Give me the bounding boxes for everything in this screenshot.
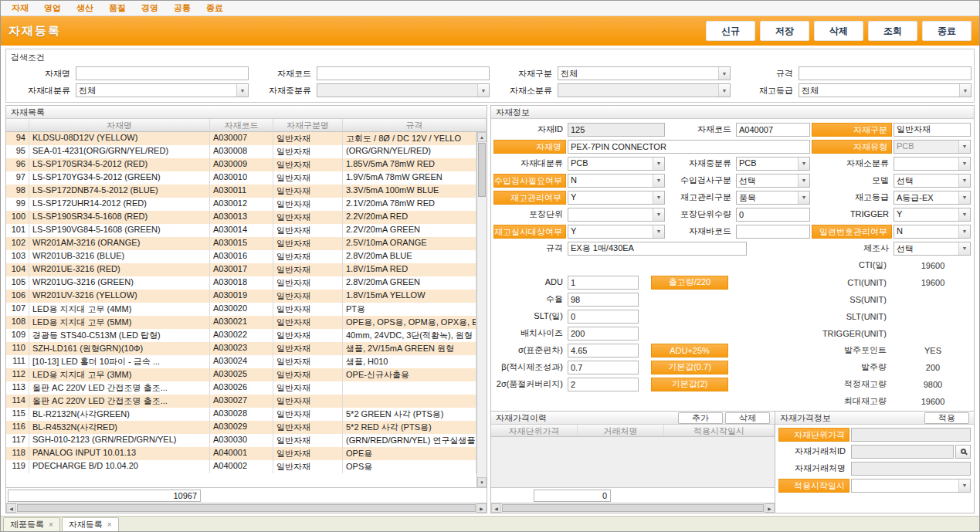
menu-management[interactable]: 경영 — [134, 1, 166, 15]
scroll-right-icon[interactable]: ▶ — [476, 503, 487, 513]
beta-default-button[interactable]: 기본값(0.7) — [651, 361, 728, 374]
table-row[interactable]: 96LS-SP170SR34-5-2012 (RED)A030009일반자재1.… — [6, 158, 476, 171]
two-sigma-field[interactable] — [568, 378, 639, 391]
horizontal-scrollbar[interactable]: ◀ ▶ — [6, 503, 487, 513]
table-row[interactable]: 94KLDSU-08D12V (YELLOW)A030007일반자재고휘도 / … — [6, 132, 476, 145]
close-button[interactable]: 종료 — [922, 21, 972, 41]
search-spec-input[interactable] — [799, 66, 972, 80]
apply-date-select[interactable]: ▼ — [851, 479, 971, 493]
close-icon[interactable]: × — [49, 520, 53, 529]
yield-field[interactable] — [568, 293, 639, 307]
table-row[interactable]: 100LS-SP190SR34-5-1608 (RED)A030013일반자재2… — [6, 211, 476, 224]
table-row[interactable]: 110SZH-LD161 (원형GRN)(10Φ)A030023일반자재샘플, … — [6, 342, 476, 355]
adu-calc-button[interactable]: 출고량/220 — [651, 276, 728, 290]
column-header-type[interactable]: 자재구분명 — [273, 119, 343, 131]
scroll-left-icon[interactable]: ◀ — [6, 503, 16, 513]
trigger-select[interactable]: Y ▼ — [894, 208, 971, 222]
scroll-right-icon[interactable]: ▶ — [765, 503, 775, 513]
stock-manage-type-select[interactable]: 품목 ▼ — [736, 191, 810, 205]
table-row[interactable]: 119PDECHARGE B/D 10.04.20A040002일반자재OPS용 — [6, 460, 476, 473]
search-material-code-input[interactable] — [317, 66, 490, 80]
cat-mid-select[interactable]: PCB ▼ — [736, 157, 810, 171]
scroll-left-icon[interactable]: ◀ — [491, 503, 501, 513]
table-row[interactable]: 99LS-SP172UHR14-2012 (RED)A030012일반자재2.1… — [6, 198, 476, 211]
table-row[interactable]: 103WR201UB-3216 (BLUE)A030016일반자재2.8V/20… — [6, 250, 476, 263]
sigma-default-button[interactable]: ADU+25% — [651, 344, 728, 357]
stock-manage-select[interactable]: Y ▼ — [568, 191, 665, 205]
table-row[interactable]: 101LS-SP190VG84-5-1608 (GREEN)A030014일반자… — [6, 224, 476, 237]
apply-button[interactable]: 적용 — [924, 412, 969, 424]
menu-common[interactable]: 공통 — [166, 1, 198, 15]
price-delete-button[interactable]: 삭제 — [725, 412, 770, 424]
adu-field[interactable] — [568, 276, 639, 290]
maker-select[interactable]: 선택 ▼ — [894, 242, 971, 256]
stock-grade-select[interactable]: A등급-EX ▼ — [894, 191, 971, 205]
column-header-spec[interactable]: 규격 — [343, 119, 487, 131]
scrollbar-thumb[interactable] — [502, 504, 764, 512]
table-row[interactable]: 115BL-R2132N(사각GREEN)A030028일반자재5*2 GREE… — [6, 408, 476, 421]
scrollbar-thumb[interactable] — [478, 143, 486, 197]
table-row[interactable]: 111[10-13] LED 홀더 10파이 - 금속 ...A030024일반… — [6, 355, 476, 368]
material-type-field[interactable] — [894, 123, 971, 137]
search-stock-grade-select[interactable]: 전체 ▼ — [799, 83, 972, 97]
menu-production[interactable]: 생산 — [69, 1, 101, 15]
spec-field[interactable] — [568, 242, 747, 256]
stocktake-select[interactable]: Y ▼ — [568, 225, 665, 239]
table-row[interactable]: 105WR201UG-3216 (GREEN)A030018일반자재2.8V/2… — [6, 276, 476, 290]
package-unit-select[interactable]: ▼ — [568, 208, 665, 222]
table-row[interactable]: 98LS-SP172DNB74-5-2012 (BLUE)A030011일반자재… — [6, 185, 476, 198]
scroll-up-icon[interactable]: ▲ — [477, 132, 487, 142]
model-select[interactable]: 선택 ▼ — [894, 174, 971, 188]
close-icon[interactable]: × — [107, 520, 112, 529]
table-row[interactable]: 109경광등 STS40-C513M (LED 탑형)A030022일반자재40… — [6, 329, 476, 342]
material-code-field[interactable] — [736, 123, 810, 137]
table-row[interactable]: 95SEA-01-4231(ORG/GRN/YEL/RED)A030008일반자… — [6, 145, 476, 158]
table-row[interactable]: 102WR201AM-3216 (ORANGE)A030015일반자재2.5V/… — [6, 237, 476, 250]
tab-product-register[interactable]: 제품등록 × — [3, 517, 60, 531]
search-material-name-input[interactable] — [76, 66, 249, 80]
table-row[interactable]: 114올판 AC 220V LED 간접조명 출조...A030027일반자재 — [6, 395, 476, 408]
inquiry-button[interactable]: 조회 — [868, 21, 917, 41]
menu-sales[interactable]: 영업 — [36, 1, 69, 15]
table-row[interactable]: 104WR201UE-3216 (RED)A030017일반자재1.8V/15m… — [6, 263, 476, 276]
sigma-field[interactable] — [568, 344, 639, 357]
delete-button[interactable]: 삭제 — [814, 21, 863, 41]
menu-material[interactable]: 자재 — [4, 1, 36, 15]
menu-exit[interactable]: 종료 — [198, 1, 231, 15]
new-button[interactable]: 신규 — [706, 21, 755, 41]
search-cat-large-select[interactable]: 전체 ▼ — [76, 83, 249, 97]
two-sigma-default-button[interactable]: 기본값(2) — [651, 378, 728, 391]
cat-small-select[interactable]: ▼ — [894, 157, 971, 171]
column-header-code[interactable]: 자재코드 — [210, 119, 273, 131]
scrollbar-thumb[interactable] — [17, 504, 476, 512]
table-row[interactable]: 116BL-R4532N(사각RED)A030029일반자재5*2 RED 사각… — [6, 421, 476, 434]
serial-manage-select[interactable]: N ▼ — [894, 225, 971, 239]
batch-size-field[interactable] — [568, 327, 639, 341]
column-header-name[interactable]: 자재명 — [29, 119, 210, 131]
search-material-type-select[interactable]: 전체 ▼ — [558, 66, 731, 80]
table-row[interactable]: 107LED용 지지대 고무 (4MM)A030020일반자재PT용 — [6, 303, 476, 316]
table-row[interactable]: 113올판 AC 220V LED 간접조명 출조...A030026일반자재 — [6, 381, 476, 395]
menu-quality[interactable]: 품질 — [101, 1, 134, 15]
tab-material-register[interactable]: 자재등록 × — [62, 517, 119, 531]
horizontal-scrollbar[interactable]: ◀ ▶ — [491, 503, 775, 513]
table-row[interactable]: 117SGH-010-2123 (GRN/RED/GRN/YEL)A030030… — [6, 434, 476, 447]
barcode-field[interactable] — [736, 225, 810, 239]
table-row[interactable]: 106WR201UV-3216 (YELLOW)A030019일반자재1.8V/… — [6, 290, 476, 303]
save-button[interactable]: 저장 — [760, 21, 809, 41]
beta-field[interactable] — [568, 361, 639, 374]
table-row[interactable]: 108LED용 지지대 고무 (5MM)A030021일반자재OPE용, OPS… — [6, 316, 476, 329]
vendor-search-button[interactable] — [955, 445, 971, 459]
package-qty-field[interactable] — [736, 208, 810, 222]
table-row[interactable]: 118PANALOG INPUT 10.01.13A040001일반자재OPE용 — [6, 447, 476, 460]
cat-large-select[interactable]: PCB ▼ — [568, 157, 665, 171]
slt-day-field[interactable] — [568, 310, 639, 324]
vertical-scrollbar[interactable]: ▲ ▼ — [476, 132, 487, 487]
material-name-field[interactable] — [568, 140, 810, 154]
import-inspect-select[interactable]: N ▼ — [568, 174, 665, 188]
price-add-button[interactable]: 추가 — [678, 412, 723, 424]
scroll-down-icon[interactable]: ▼ — [477, 477, 487, 487]
table-row[interactable]: 112LED용 지지대 고무 (3MM)A030025일반자재OPE-신규사출용 — [6, 368, 476, 381]
table-row[interactable]: 97LS-SP170YG34-5-2012 (GREEN)A030010일반자재… — [6, 171, 476, 185]
import-inspect-type-select[interactable]: 선택 ▼ — [736, 174, 810, 188]
